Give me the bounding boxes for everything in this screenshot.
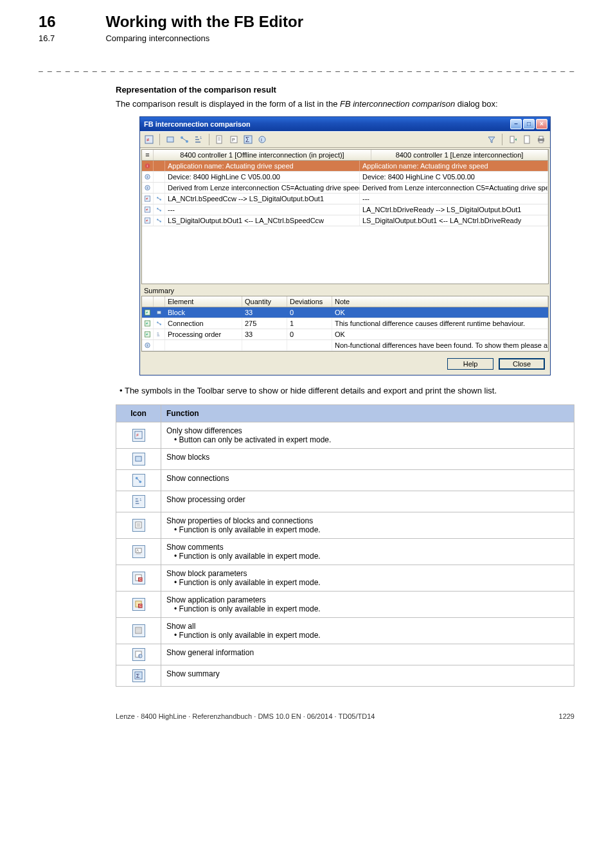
show-comments-icon: A	[132, 545, 145, 558]
row-left-value: ---	[165, 204, 360, 215]
icon-table-row: iShow general information	[116, 644, 574, 665]
icon-function-table: Icon Function ≠Only show differencesButt…	[116, 404, 574, 687]
summary-icon-a: ≠	[142, 307, 154, 318]
svg-text:i: i	[139, 655, 140, 658]
svg-text:Σ: Σ	[245, 136, 249, 143]
print-icon[interactable]	[535, 133, 547, 146]
subheading: Representation of the comparison result	[116, 85, 574, 95]
list-row[interactable]: ≠---LA_NCtrl.bDriveReady --> LS_DigitalO…	[142, 204, 548, 215]
function-sub: Function is only available in expert mod…	[166, 604, 569, 613]
connections-icon[interactable]	[178, 133, 191, 146]
function-sub: Function is only available in expert mod…	[166, 631, 569, 640]
summary-deviations: 0	[287, 329, 332, 339]
icon-table-row: Show connections	[116, 469, 574, 491]
list-row[interactable]: iDevice: 8400 HighLine C V05.00.00Device…	[142, 172, 548, 183]
row-right-value: ---	[360, 194, 548, 204]
blocks-icon[interactable]	[164, 133, 177, 146]
export-icon[interactable]	[506, 133, 519, 146]
svg-text:i: i	[261, 137, 262, 143]
list-header: = 8400 controller 1 [Offline interconnec…	[142, 150, 548, 161]
list-row[interactable]: ≠LS_DigitalOutput.bOut1 <-- LA_NCtrl.bSp…	[142, 215, 548, 226]
row-type-icon	[154, 194, 165, 204]
summary-quantity: 33	[242, 329, 287, 339]
function-cell: Show connections	[161, 469, 574, 491]
show-block-params-icon: C	[132, 572, 145, 584]
function-sub: Function is only available in expert mod…	[166, 525, 569, 534]
show-general-info-icon: i	[132, 648, 145, 661]
chapter-title: Working with the FB Editor	[105, 13, 303, 31]
svg-rect-6	[217, 136, 222, 143]
row-left-value: Device: 8400 HighLine C V05.00.00	[165, 172, 360, 182]
svg-rect-16	[539, 136, 543, 139]
summary-icon-b	[154, 340, 165, 350]
summary-row[interactable]: ≠Block330OK	[142, 307, 548, 318]
summary-note: Non-functional differences have been fou…	[332, 340, 548, 350]
diff-toggle-icon[interactable]: ≠	[143, 133, 155, 146]
summary-quantity	[242, 340, 287, 350]
toolbar-note: The symbols in the Toolbar serve to show…	[116, 385, 574, 397]
summary-quantity: 275	[242, 318, 287, 329]
row-type-icon	[154, 172, 165, 182]
row-left-value: Application name: Actuating drive speed	[165, 161, 360, 171]
icon-table-row: 1Show processing order	[116, 491, 574, 512]
minimize-button[interactable]: –	[510, 119, 522, 129]
row-status-icon: i	[142, 172, 154, 182]
list-row[interactable]: iDerived from Lenze interconnection C5=A…	[142, 183, 548, 194]
list-row[interactable]: ≠LA_NCtrl.bSpeedCcw --> LS_DigitalOutput…	[142, 194, 548, 204]
maximize-button[interactable]: □	[523, 119, 535, 129]
icon-table-row: Show allFunction is only available in ex…	[116, 617, 574, 644]
svg-text:i: i	[147, 186, 147, 190]
chapter-header: 16 Working with the FB Editor	[39, 13, 574, 31]
svg-text:i: i	[147, 175, 147, 179]
svg-rect-38	[157, 311, 161, 314]
svg-point-11	[259, 136, 265, 143]
show-summary-icon: Σ	[132, 669, 145, 682]
svg-rect-17	[539, 141, 543, 143]
th-icon: Icon	[116, 404, 161, 422]
param-icon[interactable]: P	[227, 133, 240, 146]
page-icon[interactable]	[213, 133, 226, 146]
comparison-dialog: FB interconnection comparison – □ × ≠ 1	[139, 116, 551, 375]
th-function: Function	[161, 404, 574, 422]
filter-icon[interactable]	[485, 133, 498, 146]
function-cell: Show application parametersFunction is o…	[161, 591, 574, 617]
svg-text:≠: ≠	[136, 433, 139, 439]
icon-table-row: Show blocks	[116, 448, 574, 469]
function-sub: Button can only be activated in expert m…	[166, 435, 569, 444]
section-number: 16.7	[39, 33, 103, 43]
function-main: Show general information	[166, 648, 254, 657]
info-icon[interactable]: i	[256, 133, 269, 146]
summary-row[interactable]: ≠Connection2751This functional differenc…	[142, 318, 548, 329]
summary-element: Processing order	[165, 329, 242, 339]
svg-text:C: C	[139, 604, 141, 608]
order-icon[interactable]: 1	[192, 133, 205, 146]
summary-row[interactable]: ≠Processing order330OK	[142, 329, 548, 340]
summary-row[interactable]: iNon-functional differences have been fo…	[142, 340, 548, 351]
summary-icon[interactable]: Σ	[242, 133, 254, 146]
function-main: Show all	[166, 622, 195, 631]
new-page-icon[interactable]	[520, 133, 533, 146]
close-button[interactable]: ×	[536, 119, 547, 129]
function-main: Show block parameters	[166, 569, 247, 578]
row-right-value: Derived from Lenze interconnection C5=Ac…	[360, 183, 548, 193]
row-type-icon	[154, 161, 165, 171]
function-main: Show application parameters	[166, 595, 266, 604]
summary-quantity: 33	[242, 307, 287, 318]
list-row[interactable]: iApplication name: Actuating drive speed…	[142, 161, 548, 172]
summary-element	[165, 340, 242, 350]
dialog-toolbar: ≠ 1 P Σ i	[140, 131, 550, 148]
row-status-icon: ≠	[142, 204, 154, 215]
svg-rect-13	[510, 136, 514, 143]
summary-icon-b	[154, 307, 165, 318]
show-app-params-icon: C	[132, 598, 145, 611]
show-connections-icon	[132, 474, 145, 487]
help-button[interactable]: Help	[447, 358, 493, 370]
icon-table-row: Show properties of blocks and connection…	[116, 512, 574, 538]
row-right-value: LA_NCtrl.bDriveReady --> LS_DigitalOutpu…	[360, 204, 548, 215]
function-cell: Show allFunction is only available in ex…	[161, 617, 574, 644]
row-type-icon	[154, 183, 165, 193]
svg-text:1: 1	[200, 136, 202, 140]
close-dialog-button[interactable]: Close	[499, 358, 545, 370]
footer-left: Lenze · 8400 HighLine · Referenzhandbuch…	[116, 712, 375, 720]
summary-note: OK	[332, 329, 548, 339]
